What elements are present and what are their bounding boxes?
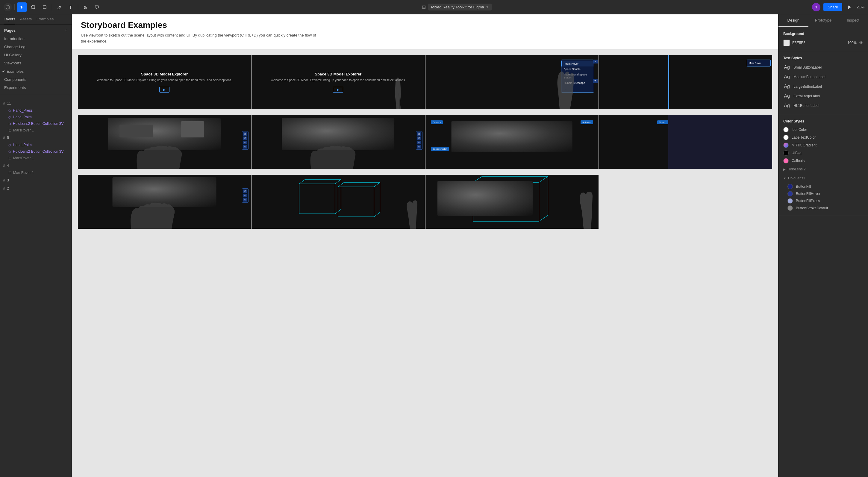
right-panel: Design Prototype Inspect Background E5E5…: [778, 14, 868, 477]
layer-hand-palm-1[interactable]: ◇ Hand_Palm: [0, 114, 71, 120]
cs-name-callouts: Callouts: [792, 159, 805, 163]
text-style-hl1-btn[interactable]: Ag HL1ButtonLabel: [783, 102, 863, 109]
text-style-large-btn[interactable]: Ag LargeButtonLabel: [783, 83, 863, 90]
storyboard-cell-2[interactable]: 2 Mars Rover Space Shuttle International…: [426, 55, 598, 109]
app-logo[interactable]: [4, 3, 12, 11]
layer-hand-palm-2[interactable]: ◇ Hand_Palm: [0, 141, 71, 148]
menu-item-mars-rover: Mars Rover: [561, 61, 594, 66]
page-item-introduction[interactable]: Introduction: [0, 35, 71, 43]
tab-inspect[interactable]: Inspect: [838, 14, 868, 27]
cs-name-btn-fill-hover: ButtonFillHover: [796, 192, 820, 196]
svg-line-10: [335, 179, 341, 184]
tab-assets[interactable]: Assets: [20, 17, 32, 24]
hand-tool[interactable]: [81, 2, 90, 12]
storyboard-cell-1[interactable]: 1 Space 3D Model Explorer Welcome to Spa…: [251, 55, 425, 109]
background-hex[interactable]: E5E5E5: [792, 41, 842, 45]
layer-holens2-btn-col-2[interactable]: ◇ HoloLens2 Button Collection 3V: [0, 148, 71, 155]
storyboard-cell-11[interactable]: 11 ⊡ ⊡ ⊡: [78, 175, 251, 229]
pages-list: Introduction Change Log UI Gallery Viewp…: [0, 35, 71, 92]
cs-name-btn-fill-press: ButtonFillPress: [796, 199, 820, 203]
grid-icon: ⊞: [422, 4, 426, 10]
text-tool[interactable]: T: [66, 2, 75, 12]
layer-group-3[interactable]: # 3: [0, 176, 71, 184]
visibility-toggle[interactable]: 👁: [859, 40, 863, 45]
cs-button-fill-hover[interactable]: ButtonFillHover: [787, 191, 863, 196]
page-item-components[interactable]: Components: [0, 75, 71, 84]
storyboard-cell-5[interactable]: 5 ⊡ ⊡ ⊡ ⊡: [78, 115, 251, 169]
user-avatar[interactable]: Y: [812, 3, 820, 11]
storyboard-cell-12[interactable]: 12: [251, 175, 425, 229]
frame0-title: Space 3D Model Explorer: [97, 72, 232, 76]
layer-marsrover-1a[interactable]: ⊡ MarsRover 1: [0, 127, 71, 133]
cs-label-text-color[interactable]: LabelTextColor: [783, 135, 863, 140]
text-style-medium-btn[interactable]: Ag MediumButtonLabel: [783, 73, 863, 81]
text-style-ag-1: Ag: [783, 73, 790, 81]
cs-icon-color[interactable]: IconColor: [783, 127, 863, 132]
cs-button-stroke-default[interactable]: ButtonStrokeDefault: [787, 205, 863, 211]
background-opacity[interactable]: 100%: [845, 41, 857, 45]
cs-button-fill-press[interactable]: ButtonFillPress: [787, 198, 863, 203]
storyboard-row-3: 11 ⊡ ⊡ ⊡: [78, 175, 772, 229]
cs-callouts[interactable]: Callouts: [783, 158, 863, 163]
page-item-examples[interactable]: ✓ Examples: [0, 67, 71, 75]
canvas-area[interactable]: 0 Space 3D Model Explorer Welcome to Spa…: [72, 49, 778, 477]
hand-svg-12: [398, 199, 422, 229]
layer-group-4[interactable]: # 4: [0, 161, 71, 169]
page-item-experiments[interactable]: Experiments: [0, 84, 71, 92]
page-title: Storyboard Examples: [81, 20, 769, 30]
background-color-swatch[interactable]: [783, 39, 790, 46]
shape-tool[interactable]: [40, 2, 50, 12]
page-item-viewports[interactable]: Viewports: [0, 59, 71, 67]
text-style-name-0: SmallButtonLabel: [794, 65, 822, 69]
document-title-bar[interactable]: Mixed Reality Toolkit for Figma ▼: [428, 4, 492, 10]
tab-layers[interactable]: Layers: [4, 17, 15, 24]
text-style-extra-large[interactable]: Ag ExtraLargeLabel: [783, 93, 863, 100]
title-dropdown-icon: ▼: [486, 5, 489, 9]
group-hololens1[interactable]: ▼ HoloLens1: [783, 176, 863, 180]
layer-marsrover-1b[interactable]: ⊡ MarsRover 1: [0, 155, 71, 161]
storyboard-cell-3[interactable]: 3 Mars Rover: [599, 55, 772, 109]
comment-tool[interactable]: [92, 2, 101, 12]
storyboard-cell-0[interactable]: 0 Space 3D Model Explorer Welcome to Spa…: [78, 55, 251, 109]
frame-0: Space 3D Model Explorer Welcome to Space…: [78, 55, 251, 109]
layer-holens2-btn-col-1[interactable]: ◇ HoloLens2 Button Collection 3V: [0, 120, 71, 127]
present-button[interactable]: [845, 3, 854, 11]
tab-prototype[interactable]: Prototype: [808, 14, 838, 27]
cs-button-fill[interactable]: ButtonFill: [787, 184, 863, 189]
layer-group-2[interactable]: # 2: [0, 184, 71, 192]
cs-uibkg[interactable]: UIBkg: [783, 150, 863, 156]
side-panel-5: ⊡ ⊡ ⊡ ⊡: [242, 131, 249, 150]
layer-group-11[interactable]: # 11: [0, 99, 71, 107]
storyboard-cell-8[interactable]: 8 Spec...: [599, 115, 772, 169]
frame-7: Camera Antenna Spectrometer: [426, 115, 598, 169]
frame-5: ⊡ ⊡ ⊡ ⊡: [78, 115, 251, 169]
left-panel: Layers Assets Examples Pages + Introduct…: [0, 14, 72, 477]
page-item-changelog[interactable]: Change Log: [0, 43, 71, 51]
svg-rect-1: [32, 6, 35, 9]
storyboard-cell-6[interactable]: 6 ⊡ ⊡ ⊡ ⊡: [251, 115, 425, 169]
side-panel-6: ⊡ ⊡ ⊡ ⊡: [416, 131, 423, 150]
storyboard-cell-13[interactable]: 13: [426, 175, 598, 229]
layer-hand-press[interactable]: ◇ Hand_Press: [0, 107, 71, 114]
layer-group-5[interactable]: # 5: [0, 133, 71, 141]
frame8-partial: Spec...: [599, 115, 668, 169]
group-hololens2[interactable]: ▶ HoloLens 2: [783, 167, 863, 171]
layer-marsrover-1c[interactable]: ⊡ MarsRover 1: [0, 169, 71, 176]
side-panel-11: ⊡ ⊡ ⊡: [242, 188, 249, 203]
share-button[interactable]: Share: [824, 3, 842, 11]
cs-swatch-btn-stroke: [787, 205, 793, 211]
move-tool[interactable]: [17, 2, 27, 12]
document-title: Mixed Reality Toolkit for Figma: [431, 5, 484, 9]
pages-header: Pages +: [0, 25, 71, 35]
label-spectrometer: Spectrometer: [431, 147, 449, 151]
frame-tool[interactable]: [28, 2, 38, 12]
pen-tool[interactable]: [55, 2, 64, 12]
group-name-hololens1: HoloLens1: [788, 176, 805, 180]
add-page-button[interactable]: +: [65, 28, 67, 33]
storyboard-cell-7[interactable]: 7 Camera Antenna Spectrometer: [426, 115, 598, 169]
page-item-uigallery[interactable]: UI Gallery: [0, 51, 71, 59]
text-style-small-btn[interactable]: Ag SmallButtonLabel: [783, 64, 863, 71]
cs-mrtk-gradient[interactable]: MRTK Gradient: [783, 142, 863, 148]
tab-examples[interactable]: Examples: [36, 17, 54, 24]
tab-design[interactable]: Design: [778, 14, 808, 27]
